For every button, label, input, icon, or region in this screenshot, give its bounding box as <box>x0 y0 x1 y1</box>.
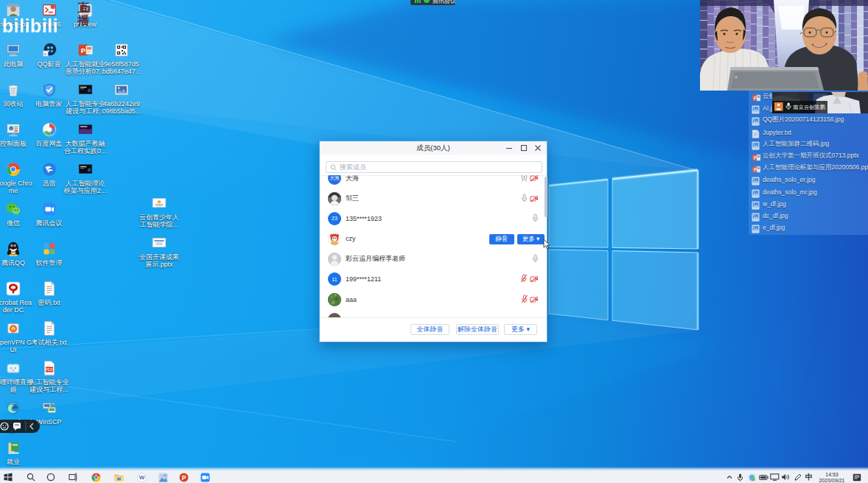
svg-text:P: P <box>181 473 186 481</box>
svg-text:腾讯会议: 腾讯会议 <box>433 0 455 4</box>
svg-text:P: P <box>80 46 85 54</box>
svg-text:PDF: PDF <box>45 367 54 371</box>
svg-text:南京云创陈鹏: 南京云创陈鹏 <box>793 104 826 110</box>
svg-text:W: W <box>139 474 144 481</box>
